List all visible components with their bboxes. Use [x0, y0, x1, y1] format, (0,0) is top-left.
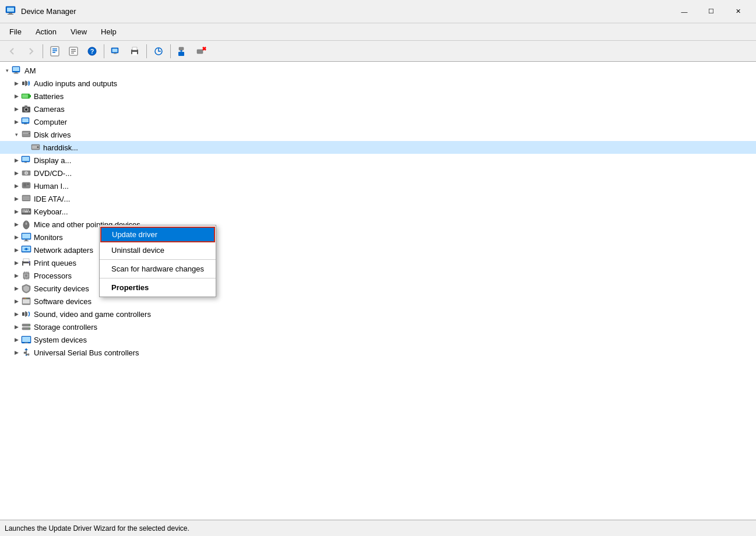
svg-rect-22 [179, 47, 184, 50]
mice-expander[interactable]: ▶ [12, 220, 21, 229]
svg-point-98 [23, 298, 24, 299]
menu-help[interactable]: Help [94, 25, 124, 38]
svg-rect-21 [178, 52, 184, 56]
back-button[interactable] [3, 43, 21, 59]
network-expander[interactable]: ▶ [12, 245, 21, 255]
properties-list-button[interactable] [46, 43, 64, 59]
audio-label: Audio inputs and outputs [34, 79, 117, 88]
status-bar: Launches the Update Driver Wizard for th… [0, 520, 756, 536]
processor-icon [21, 270, 31, 281]
security-expander[interactable]: ▶ [12, 284, 21, 293]
minimize-button[interactable]: — [671, 2, 698, 21]
context-menu: Update driver Uninstall device Scan for … [99, 225, 216, 297]
camera-icon [21, 104, 31, 114]
ideata-expander[interactable]: ▶ [12, 194, 21, 203]
svg-rect-40 [24, 124, 27, 125]
monitors-expander[interactable]: ▶ [12, 232, 21, 242]
security-icon [21, 283, 31, 294]
forward-button[interactable] [22, 43, 40, 59]
tree-diskdrives[interactable]: ▾ Disk drives [0, 128, 756, 141]
cameras-expander[interactable]: ▶ [12, 104, 21, 114]
tree-cameras[interactable]: ▶ Cameras [0, 103, 756, 115]
svg-rect-49 [22, 157, 29, 161]
ctx-properties[interactable]: Properties [100, 280, 216, 295]
device-tree[interactable]: ▾ AM ▶ Audio i [0, 62, 756, 520]
root-label: AM [24, 66, 36, 75]
usb-label: Universal Serial Bus controllers [34, 348, 139, 357]
svg-point-47 [37, 146, 39, 148]
update-driver-toolbar-button[interactable] [174, 43, 191, 59]
driver-update-list-button[interactable] [65, 43, 82, 59]
tree-display[interactable]: ▶ Display a... [0, 154, 756, 167]
tree-keyboards[interactable]: ▶ Keyboar... [0, 205, 756, 218]
tree-audio[interactable]: ▶ Audio inputs and outputs [0, 77, 756, 90]
tree-system[interactable]: ▶ System devices [0, 333, 756, 346]
print-label: Print queues [34, 259, 76, 267]
svg-rect-57 [27, 184, 29, 185]
svg-rect-30 [22, 82, 24, 85]
svg-rect-88 [25, 274, 27, 277]
batteries-expander[interactable]: ▶ [12, 91, 21, 101]
software-label: Software devices [34, 297, 92, 306]
battery-icon [21, 91, 31, 101]
menu-view[interactable]: View [64, 25, 94, 38]
menu-action[interactable]: Action [29, 25, 64, 38]
uninstall-device-toolbar-button[interactable] [192, 43, 210, 59]
keyboards-expander[interactable]: ▶ [12, 207, 21, 216]
computer-expander[interactable]: ▶ [12, 117, 21, 126]
ctx-uninstall-device[interactable]: Uninstall device [100, 242, 216, 258]
print-expander[interactable]: ▶ [12, 258, 21, 267]
scan-hardware-button[interactable] [150, 43, 167, 59]
audio-expander[interactable]: ▶ [12, 79, 21, 88]
tree-sound[interactable]: ▶ Sound, video and game controllers [0, 308, 756, 320]
display-expander[interactable]: ▶ [12, 156, 21, 165]
menu-file[interactable]: File [2, 25, 29, 38]
toolbar-sep3 [146, 44, 147, 58]
tree-hid[interactable]: ▶ Human I... [0, 179, 756, 192]
software-expander[interactable]: ▶ [12, 297, 21, 306]
svg-rect-23 [197, 50, 203, 54]
svg-point-114 [26, 355, 27, 356]
title-bar-left: Device Manager [5, 5, 76, 19]
storage-expander[interactable]: ▶ [12, 322, 21, 332]
maximize-button[interactable]: ☐ [698, 2, 725, 21]
ideata-label: IDE ATA/... [34, 195, 70, 203]
diskdrives-label: Disk drives [34, 131, 71, 139]
tree-root[interactable]: ▾ AM [0, 64, 756, 77]
svg-rect-19 [132, 52, 137, 55]
svg-point-53 [26, 172, 27, 174]
sound-expander[interactable]: ▶ [12, 309, 21, 319]
tree-computer[interactable]: ▶ Computer [0, 115, 756, 128]
tree-ideata[interactable]: ▶ IDE ATA/... [0, 192, 756, 205]
app-icon [5, 5, 16, 19]
mouse-icon [21, 219, 31, 230]
network-label: Network adapters [34, 246, 93, 255]
svg-point-72 [26, 223, 27, 225]
svg-rect-39 [22, 118, 29, 122]
tree-storage[interactable]: ▶ Storage controllers [0, 320, 756, 333]
tree-usb[interactable]: ▶ Universal Serial Bus controllers [0, 346, 756, 359]
harddisk-icon [30, 142, 41, 153]
usb-expander[interactable]: ▶ [12, 348, 21, 357]
processors-expander[interactable]: ▶ [12, 271, 21, 280]
system-expander[interactable]: ▶ [12, 335, 21, 344]
svg-rect-83 [23, 259, 29, 262]
processors-label: Processors [34, 271, 72, 280]
tree-dvdcd[interactable]: ▶ DVD/CD-... [0, 167, 756, 179]
device-manager-view-button[interactable] [107, 43, 125, 59]
close-button[interactable]: ✕ [725, 2, 751, 21]
ctx-update-driver[interactable]: Update driver [100, 227, 215, 242]
dvdcd-expander[interactable]: ▶ [12, 168, 21, 178]
help-button[interactable]: ? [83, 43, 101, 59]
diskdrives-expander[interactable]: ▾ [12, 130, 21, 139]
print-button[interactable] [126, 43, 143, 59]
sound-icon [21, 309, 31, 319]
tree-batteries[interactable]: ▶ Batteries [0, 90, 756, 103]
svg-rect-55 [23, 184, 26, 185]
svg-rect-29 [14, 73, 19, 74]
hid-expander[interactable]: ▶ [12, 181, 21, 191]
svg-rect-15 [112, 48, 118, 52]
ctx-scan-changes[interactable]: Scan for hardware changes [100, 261, 216, 277]
root-expander[interactable]: ▾ [2, 66, 12, 75]
tree-harddisk[interactable]: harddisk... [0, 141, 756, 154]
